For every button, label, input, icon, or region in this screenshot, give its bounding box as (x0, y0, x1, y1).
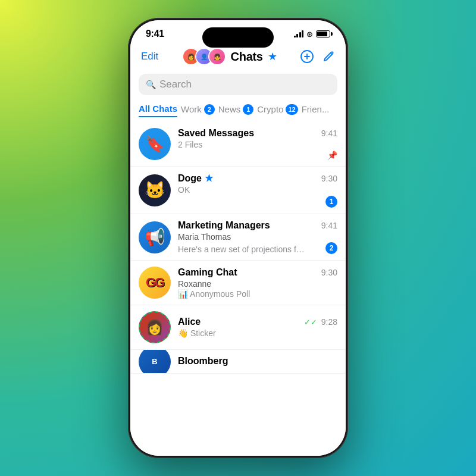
search-icon: 🔍 (146, 80, 156, 89)
pin-icon: 📌 (327, 151, 337, 160)
chat-bottom-row: 1 (178, 196, 337, 208)
signal-bar-1 (294, 36, 296, 37)
unread-badge: 2 (325, 242, 337, 254)
avatar-img-3: 👧 (209, 49, 225, 64)
status-time: 9:41 (146, 29, 164, 39)
double-check-icon: ✓✓ (304, 318, 317, 327)
compose-button[interactable] (322, 50, 335, 63)
header-actions (300, 50, 335, 63)
chat-sender: Maria Thomas (178, 232, 337, 242)
chat-name: Marketing Managers (178, 220, 270, 231)
avatar-group: 👩 👤 👧 (182, 48, 226, 65)
news-badge: 1 (243, 104, 253, 115)
chat-time: ✓✓ 9:28 (304, 317, 337, 327)
chat-info: Marketing Managers 9:41 Maria Thomas Her… (178, 220, 337, 254)
signal-bar-4 (302, 30, 303, 37)
chat-top-row: Saved Messages 9:41 (178, 128, 337, 139)
list-item[interactable]: 🔖 Saved Messages 9:41 2 Files 📌 (130, 122, 346, 167)
chat-list: 🔖 Saved Messages 9:41 2 Files 📌 🐱 (130, 122, 346, 456)
svg-line-3 (331, 53, 333, 55)
list-item[interactable]: 🐱 Doge ★ 9:30 OK 1 (130, 167, 346, 214)
chat-preview: 2 Files (178, 140, 337, 149)
edit-button[interactable]: Edit (141, 51, 158, 62)
work-badge: 2 (204, 104, 215, 115)
phone-shell: 9:41 ⊛ Edit 👩 (128, 18, 348, 458)
chat-time: 9:30 (321, 174, 337, 183)
alice-avatar-face: 👩 (140, 312, 170, 342)
chat-name: Gaming Chat (178, 267, 237, 278)
doge-star-icon: ★ (205, 173, 213, 184)
chat-time: 9:41 (321, 129, 337, 138)
avatar-3: 👧 (208, 48, 226, 65)
list-item[interactable]: B Bloomberg (130, 350, 346, 374)
chat-info: Doge ★ 9:30 OK 1 (178, 173, 337, 208)
chat-preview: Here's a new set of projections for the.… (178, 245, 309, 254)
avatar: 📢 (139, 221, 171, 253)
chat-top-row: Marketing Managers 9:41 (178, 220, 337, 231)
filter-tabs: All Chats Work 2 News 1 Crypto 12 Frien.… (130, 101, 346, 122)
dynamic-island (202, 27, 274, 48)
chat-top-row: Gaming Chat 9:30 (178, 267, 337, 278)
chat-name: Doge ★ (178, 173, 213, 184)
signal-bar-3 (299, 32, 301, 37)
chat-top-row: Alice ✓✓ 9:28 (178, 317, 337, 327)
chat-sender: Roxanne (178, 279, 337, 289)
chat-name: Alice (178, 317, 201, 327)
unread-badge: 1 (325, 196, 337, 208)
avatar: GG (139, 267, 171, 299)
star-icon: ★ (268, 50, 277, 63)
chat-top-row: Bloomberg (178, 356, 337, 367)
chat-bottom-row: 📌 (178, 151, 337, 160)
chat-preview: 📊 Anonymous Poll (178, 289, 337, 299)
signal-bars-icon (294, 30, 304, 37)
status-icons: ⊛ (294, 30, 331, 39)
crypto-badge: 12 (286, 104, 298, 115)
chat-top-row: Doge ★ 9:30 (178, 173, 337, 184)
list-item[interactable]: 📢 Marketing Managers 9:41 Maria Thomas H… (130, 214, 346, 261)
avatar: B (139, 350, 171, 374)
chat-info: Saved Messages 9:41 2 Files 📌 (178, 128, 337, 160)
chat-name: Bloomberg (178, 356, 228, 367)
chat-time: 9:30 (321, 268, 337, 277)
search-bar[interactable]: 🔍 Search (139, 74, 337, 95)
battery-fill (317, 32, 327, 36)
avatar: 🔖 (139, 128, 171, 160)
new-group-button[interactable] (300, 50, 314, 63)
chat-time: 9:41 (321, 221, 337, 230)
page-title: Chats (231, 50, 263, 64)
chat-info: Bloomberg (178, 356, 337, 368)
signal-bar-2 (296, 34, 298, 37)
chat-info: Gaming Chat 9:30 Roxanne 📊 Anonymous Pol… (178, 267, 337, 299)
battery-icon (316, 30, 330, 37)
list-item[interactable]: 👩 Alice ✓✓ 9:28 👋 Sticker (130, 305, 346, 350)
tab-work[interactable]: Work 2 (181, 102, 215, 117)
header-center: 👩 👤 👧 Chats ★ (182, 48, 277, 65)
chat-name: Saved Messages (178, 128, 254, 139)
tab-friends[interactable]: Frien... (302, 102, 330, 117)
tab-news[interactable]: News 1 (218, 102, 254, 117)
list-item[interactable]: GG Gaming Chat 9:30 Roxanne 📊 Anonymous … (130, 261, 346, 305)
tab-all-chats[interactable]: All Chats (139, 101, 177, 117)
chat-preview: 👋 Sticker (178, 328, 337, 338)
chat-preview: OK (178, 185, 337, 195)
phone-screen: 9:41 ⊛ Edit 👩 (130, 20, 346, 456)
wifi-icon: ⊛ (306, 30, 313, 39)
avatar: 🐱 (139, 174, 171, 206)
avatar: 👩 (139, 311, 171, 343)
tab-crypto[interactable]: Crypto 12 (257, 102, 298, 117)
search-input[interactable]: Search (159, 79, 192, 90)
chat-info: Alice ✓✓ 9:28 👋 Sticker (178, 317, 337, 338)
